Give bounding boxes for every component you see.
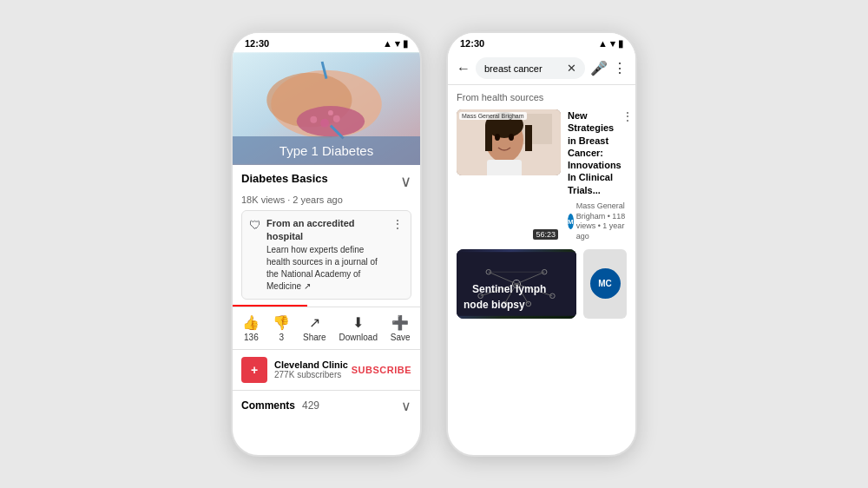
info-banner-more-icon[interactable]: ⋮ <box>391 217 404 231</box>
section-header: From health sources <box>448 85 635 106</box>
share-icon: ↗ <box>309 314 320 331</box>
channel-icon-small: M <box>568 214 574 229</box>
comments-label: Comments <box>241 399 295 412</box>
dislike-icon: 👎 <box>273 314 290 331</box>
time-1: 12:30 <box>245 38 269 49</box>
second-video-card[interactable]: Sentinel lymph node biopsy <box>457 249 576 319</box>
svg-point-7 <box>320 119 329 128</box>
signal-icon-2: ▲ <box>598 38 608 49</box>
video-title-bar: Diabetes Basics ∨ <box>233 165 420 195</box>
save-label: Save <box>391 333 411 342</box>
like-button[interactable]: 👍 136 <box>242 314 260 342</box>
channel-subscribers: 277K subscribers <box>274 370 348 379</box>
video-meta: 18K views · 2 years ago <box>233 195 420 210</box>
video-card-meta-1: Mass General Brigham • 118 views • 1 yea… <box>576 201 634 242</box>
comments-bar[interactable]: Comments 429 ∨ <box>233 390 420 421</box>
expand-icon[interactable]: ∨ <box>400 172 411 191</box>
dislike-count: 3 <box>279 333 284 342</box>
second-video-bg: Sentinel lymph node biopsy <box>457 249 576 319</box>
svg-rect-19 <box>487 160 522 175</box>
partial-card: MC <box>583 249 627 319</box>
share-button[interactable]: ↗ Share <box>303 314 326 342</box>
comments-expand-icon[interactable]: ∨ <box>401 398 411 414</box>
phone-1: 12:30 ▲ ▾ ▮ <box>231 31 422 457</box>
wifi-icon: ▾ <box>395 38 400 49</box>
channel-bar: + Cleveland Clinic 277K subscribers SUBS… <box>233 350 420 390</box>
status-bar-2: 12:30 ▲ ▾ ▮ <box>448 33 635 52</box>
wifi-icon-2: ▾ <box>610 38 615 49</box>
channel-avatar: + <box>241 357 267 383</box>
more-icon[interactable]: ⋮ <box>613 60 627 76</box>
video-thumbnail-1: Mass General Brigham 56:23 <box>457 109 561 242</box>
status-icons-1: ▲ ▾ ▮ <box>383 38 408 49</box>
battery-icon-2: ▮ <box>618 38 623 49</box>
comments-count: 429 <box>302 399 319 412</box>
search-input-box[interactable]: breast cancer ✕ <box>476 57 585 79</box>
duration-badge: 56:23 <box>533 229 558 240</box>
signal-icon: ▲ <box>383 38 392 49</box>
download-icon: ⬇ <box>352 314 364 331</box>
svg-rect-16 <box>525 125 532 151</box>
download-button[interactable]: ⬇ Download <box>339 314 377 342</box>
info-banner: 🛡 From an accredited hospital Learn how … <box>241 210 411 300</box>
status-icons-2: ▲ ▾ ▮ <box>598 38 623 49</box>
video-dots-icon[interactable]: ⋮ <box>621 109 634 123</box>
mic-icon[interactable]: 🎤 <box>590 60 608 76</box>
subscribe-button[interactable]: SUBSCRIBE <box>352 365 411 375</box>
video-thumbnail[interactable]: Type 1 Diabetes <box>233 52 420 165</box>
shield-icon: 🛡 <box>249 218 261 232</box>
time-2: 12:30 <box>460 38 484 49</box>
channel-name: Cleveland Clinic <box>274 359 348 370</box>
battery-icon: ▮ <box>403 38 408 49</box>
action-bar: 👍 136 👎 3 ↗ Share ⬇ Download ➕ Save <box>233 307 420 350</box>
channel-details: Cleveland Clinic 277K subscribers <box>274 359 348 379</box>
video-card-title-1: New Strategies in Breast Cancer: Innovat… <box>568 109 621 196</box>
like-icon: 👍 <box>242 314 260 331</box>
save-button[interactable]: ➕ Save <box>391 314 411 342</box>
mayo-icon: MC <box>590 268 621 299</box>
video-row-partial: Sentinel lymph node biopsy MC <box>448 247 635 322</box>
svg-point-6 <box>310 116 317 123</box>
svg-rect-15 <box>485 125 492 151</box>
info-banner-text: From an accredited hospital Learn how ex… <box>266 217 386 293</box>
svg-point-8 <box>333 115 340 122</box>
back-button[interactable]: ← <box>457 61 470 76</box>
share-label: Share <box>303 333 326 342</box>
video-card-info-1: New Strategies in Breast Cancer: Innovat… <box>568 109 634 242</box>
save-icon: ➕ <box>391 314 409 331</box>
search-bar[interactable]: ← breast cancer ✕ 🎤 ⋮ <box>448 52 635 85</box>
info-banner-title: From an accredited hospital <box>266 217 386 244</box>
dislike-button[interactable]: 👎 3 <box>273 314 290 342</box>
channel-info: + Cleveland Clinic 277K subscribers <box>241 357 348 383</box>
phones-container: 12:30 ▲ ▾ ▮ <box>231 31 637 457</box>
info-banner-desc: Learn how experts define health sources … <box>266 245 378 291</box>
svg-point-9 <box>328 110 333 115</box>
svg-point-17 <box>495 134 500 141</box>
overlay-text: Type 1 Diabetes <box>279 143 373 158</box>
clear-search-icon[interactable]: ✕ <box>567 62 576 75</box>
video-overlay: Type 1 Diabetes <box>233 136 420 165</box>
phone-2: 12:30 ▲ ▾ ▮ ← breast cancer ✕ 🎤 ⋮ From h… <box>446 31 637 457</box>
video-card-1[interactable]: Mass General Brigham 56:23 New Strategie… <box>448 106 635 247</box>
search-query: breast cancer <box>484 63 542 74</box>
badge-overlay: Mass General Brigham <box>459 112 527 120</box>
svg-point-18 <box>509 134 514 141</box>
download-label: Download <box>339 333 377 342</box>
like-count: 136 <box>244 333 259 342</box>
status-bar-1: 12:30 ▲ ▾ ▮ <box>233 33 420 52</box>
video-title: Diabetes Basics <box>241 172 400 185</box>
